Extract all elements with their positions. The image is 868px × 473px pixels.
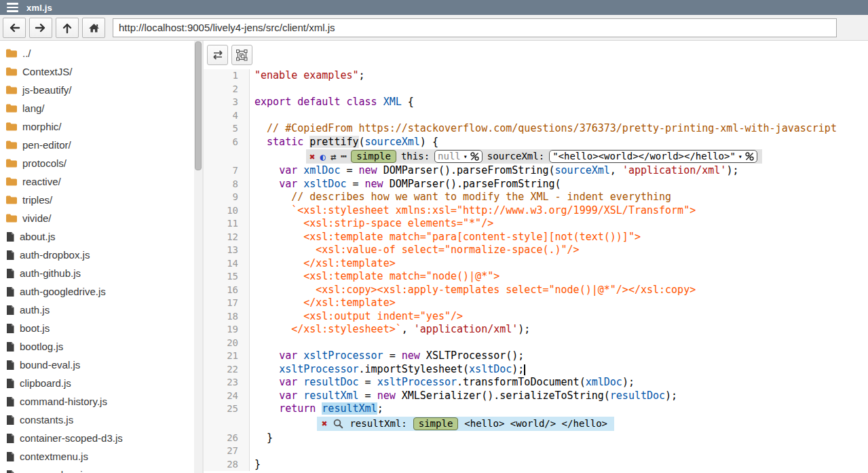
code-line-text[interactable]: } [250, 458, 868, 472]
chevron-down-icon[interactable]: ▾ [738, 149, 742, 164]
sidebar-item-pen-editor[interactable]: pen-editor/ [0, 136, 194, 154]
back-button[interactable] [3, 18, 26, 38]
code-line-text[interactable]: "enable examples"; [250, 69, 868, 83]
code-line-text[interactable]: <xsl:strip-space elements="*"/> [250, 217, 868, 231]
code-line-text[interactable]: var resultXml = new XMLSerializer().seri… [250, 390, 868, 403]
sidebar-item-boot-js[interactable]: boot.js [0, 319, 194, 337]
sync-button[interactable] [207, 45, 228, 65]
code-line-28[interactable]: 28} [204, 458, 868, 472]
sidebar-item-auth-github-js[interactable]: auth-github.js [0, 264, 194, 282]
link-icon[interactable] [745, 152, 754, 161]
code-line-text[interactable]: static prettify(sourceXml) { [250, 136, 868, 149]
close-icon[interactable]: ✖ [322, 419, 327, 428]
sidebar-item-reactive[interactable]: reactive/ [0, 172, 194, 191]
mode-simple-button[interactable]: simple [413, 417, 459, 430]
up-button[interactable] [56, 18, 79, 38]
code-line-text[interactable]: `<xsl:stylesheet xmlns:xsl="http://www.w… [250, 204, 868, 218]
code-line-25[interactable]: 25 return resultXml; [204, 402, 868, 416]
chevron-down-icon[interactable]: ▾ [464, 149, 468, 164]
code-line-text[interactable]: </xsl:stylesheet>`, 'application/xml'); [250, 323, 868, 337]
code-line-27[interactable]: 27 [204, 444, 868, 458]
sidebar-scrollbar-thumb[interactable] [195, 41, 202, 170]
code-line-text[interactable]: } [250, 432, 868, 445]
sidebar-item-container-scoped-d3-js[interactable]: container-scoped-d3.js [0, 429, 194, 447]
code-line-17[interactable]: 17 </xsl:template> [204, 297, 868, 310]
code-line-20[interactable]: 20 [204, 337, 868, 350]
sidebar-item-triples[interactable]: triples/ [0, 191, 194, 209]
sidebar-item-js-beautify[interactable]: js-beautify/ [0, 81, 194, 99]
code-line-text[interactable]: // #CopiedFrom https://stackoverflow.com… [250, 122, 868, 136]
sidebar-item-morphic[interactable]: morphic/ [0, 117, 194, 136]
file-browser-sidebar[interactable]: ../ContextJS/js-beautify/lang/morphic/pe… [0, 41, 194, 473]
code-line-13[interactable]: 13 <xsl:value-of select="normalize-space… [204, 244, 868, 257]
sidebar-item-contextjs[interactable]: ContextJS/ [0, 62, 194, 81]
code-line-text[interactable]: var resultDoc = xsltProcessor.transformT… [250, 376, 868, 390]
sidebar-item-bound-eval-js[interactable]: bound-eval.js [0, 356, 194, 374]
code-line-6[interactable]: 6 static prettify(sourceXml) { [204, 136, 868, 149]
sidebar-item-auth-js[interactable]: auth.js [0, 301, 194, 319]
close-icon[interactable]: ✖ [309, 152, 315, 162]
sourcexml-value-dropdown[interactable]: "<hello><world></world></hello>"▾ [549, 150, 757, 163]
code-line-text[interactable]: <xsl:value-of select="normalize-space(.)… [250, 244, 868, 257]
code-line-5[interactable]: 5 // #CopiedFrom https://stackoverflow.c… [204, 122, 868, 136]
code-line-26[interactable]: 26 } [204, 432, 868, 445]
code-line-22[interactable]: 22 xsltProcessor.importStylesheet(xsltDo… [204, 363, 868, 377]
sidebar-item-lang[interactable]: lang/ [0, 99, 194, 117]
code-line-7[interactable]: 7 var xmlDoc = new DOMParser().parseFrom… [204, 164, 868, 178]
code-line-text[interactable]: export default class XML { [250, 96, 868, 109]
code-line-text[interactable]: </xsl:template> [250, 257, 868, 271]
hamburger-menu-icon[interactable] [7, 3, 18, 12]
sidebar-item-contextmenu-js[interactable]: contextmenu.js [0, 447, 194, 466]
code-line-4[interactable]: 4 [204, 109, 868, 123]
swap-icon[interactable]: ⇄ [331, 152, 336, 162]
url-input[interactable] [113, 18, 837, 37]
code-line-text[interactable]: xsltProcessor.importStylesheet(xsltDoc); [250, 363, 868, 377]
code-line-24[interactable]: 24 var resultXml = new XMLSerializer().s… [204, 390, 868, 403]
inspect-halo-button[interactable] [231, 45, 252, 65]
sidebar-item-vivide[interactable]: vivide/ [0, 209, 194, 227]
code-area[interactable]: 1"enable examples";23export default clas… [204, 69, 868, 471]
code-line-text[interactable] [250, 109, 868, 123]
code-line-14[interactable]: 14 </xsl:template> [204, 257, 868, 271]
sidebar-item-about-js[interactable]: about.js [0, 227, 194, 246]
code-line-18[interactable]: 18 <xsl:output indent="yes"/> [204, 310, 868, 324]
code-line-23[interactable]: 23 var resultDoc = xsltProcessor.transfo… [204, 376, 868, 390]
sidebar-item-command-history-js[interactable]: command-history.js [0, 392, 194, 411]
sidebar-item-bootlog-js[interactable]: bootlog.js [0, 337, 194, 356]
code-line-text[interactable]: var xmlDoc = new DOMParser().parseFromSt… [250, 164, 868, 178]
code-line-text[interactable]: var xsltProcessor = new XSLTProcessor(); [250, 349, 868, 363]
code-line-text[interactable]: var xsltDoc = new DOMParser().parseFromS… [250, 178, 868, 191]
sidebar-item-constants-js[interactable]: constants.js [0, 411, 194, 429]
code-line-text[interactable]: return resultXml; [250, 402, 868, 416]
code-line-9[interactable]: 9 // describes how we want to modify the… [204, 191, 868, 204]
code-line-text[interactable]: </xsl:template> [250, 297, 868, 310]
code-line-text[interactable]: <xsl:output indent="yes"/> [250, 310, 868, 324]
code-line-text[interactable] [250, 83, 868, 96]
code-line-text[interactable] [250, 337, 868, 350]
code-line-text[interactable]: <xsl:template match="para[content-style]… [250, 231, 868, 244]
this-value-dropdown[interactable]: null▾ [434, 150, 483, 163]
toggle-probe-icon[interactable]: ◐ [320, 152, 325, 162]
sidebar-scrollbar[interactable] [194, 41, 202, 473]
code-line-15[interactable]: 15 <xsl:template match="node()|@*"> [204, 270, 868, 284]
code-line-11[interactable]: 11 <xsl:strip-space elements="*"/> [204, 217, 868, 231]
sidebar-item-crayoncolors-js[interactable]: crayoncolors.js [0, 466, 194, 473]
code-line-16[interactable]: 16 <xsl:copy><xsl:apply-templates select… [204, 284, 868, 297]
code-line-21[interactable]: 21 var xsltProcessor = new XSLTProcessor… [204, 349, 868, 363]
code-line-12[interactable]: 12 <xsl:template match="para[content-sty… [204, 231, 868, 244]
sidebar-item-protocols[interactable]: protocols/ [0, 154, 194, 172]
sidebar-item-auth-dropbox-js[interactable]: auth-dropbox.js [0, 246, 194, 264]
magnifier-icon[interactable] [333, 419, 343, 429]
sidebar-item-auth-googledrive-js[interactable]: auth-googledrive.js [0, 282, 194, 301]
sidebar-item-[interactable]: ../ [0, 44, 194, 62]
code-line-text[interactable]: <xsl:copy><xsl:apply-templates select="n… [250, 284, 868, 297]
mode-simple-button[interactable]: simple [351, 150, 396, 163]
link-icon[interactable] [470, 152, 479, 161]
home-button[interactable] [82, 18, 105, 38]
code-line-19[interactable]: 19 </xsl:stylesheet>`, 'application/xml'… [204, 323, 868, 337]
forward-button[interactable] [29, 18, 52, 38]
code-line-8[interactable]: 8 var xsltDoc = new DOMParser().parseFro… [204, 178, 868, 191]
code-line-text[interactable]: <xsl:template match="node()|@*"> [250, 270, 868, 284]
code-line-text[interactable] [250, 444, 868, 458]
code-line-text[interactable]: // describes how we want to modify the X… [250, 191, 868, 204]
